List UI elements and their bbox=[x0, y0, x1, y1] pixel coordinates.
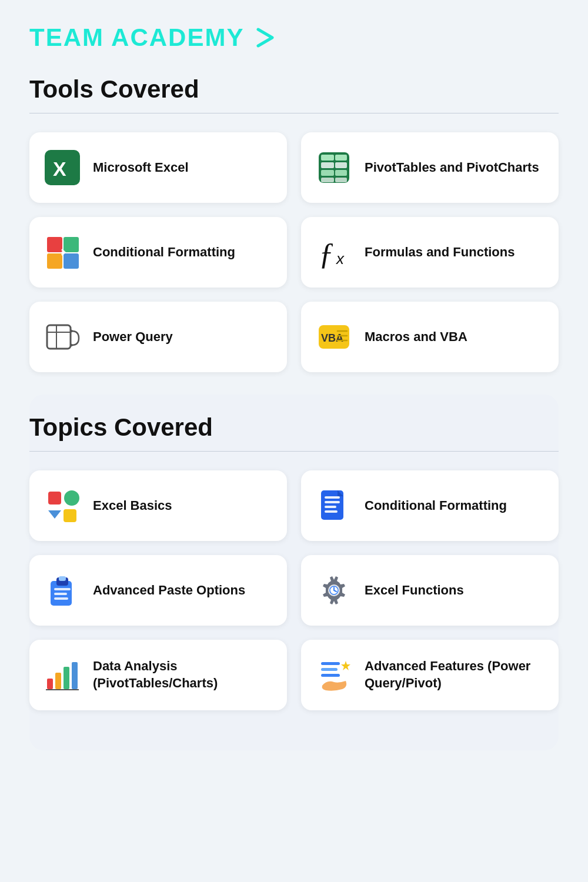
conditional-formatting-icon bbox=[44, 233, 81, 271]
excel-functions-label: Excel Functions bbox=[365, 582, 464, 599]
advanced-features-icon bbox=[315, 656, 353, 694]
advanced-paste-label: Advanced Paste Options bbox=[93, 582, 245, 599]
svg-marker-56 bbox=[341, 661, 350, 670]
svg-rect-28 bbox=[48, 492, 61, 505]
card-excel-basics[interactable]: Excel Basics bbox=[29, 470, 287, 541]
tools-section: Tools Covered X Microsoft Excel bbox=[29, 75, 559, 372]
svg-rect-18 bbox=[47, 325, 71, 349]
card-formulas-functions[interactable]: ƒ x Formulas and Functions bbox=[301, 217, 559, 288]
excel-basics-icon bbox=[44, 487, 81, 524]
svg-rect-54 bbox=[321, 668, 338, 671]
svg-rect-51 bbox=[72, 662, 78, 689]
microsoft-excel-icon: X bbox=[44, 149, 81, 186]
brand-name: TEAM ACADEMY bbox=[29, 24, 244, 52]
topics-section-title: Topics Covered bbox=[29, 413, 559, 442]
svg-marker-30 bbox=[48, 510, 61, 519]
macros-vba-label: Macros and VBA bbox=[365, 329, 467, 346]
card-excel-functions[interactable]: Excel Functions bbox=[301, 555, 559, 626]
svg-rect-4 bbox=[335, 155, 347, 161]
svg-rect-3 bbox=[321, 155, 334, 161]
formulas-functions-icon: ƒ x bbox=[315, 233, 353, 271]
svg-rect-7 bbox=[321, 170, 334, 176]
card-cond-fmt-topic[interactable]: Conditional Formatting bbox=[301, 470, 559, 541]
svg-point-29 bbox=[64, 490, 79, 506]
advanced-paste-icon bbox=[44, 572, 81, 609]
svg-rect-48 bbox=[47, 679, 53, 689]
tools-card-grid: X Microsoft Excel bbox=[29, 132, 559, 372]
card-microsoft-excel[interactable]: X Microsoft Excel bbox=[29, 132, 287, 203]
svg-text:ƒ: ƒ bbox=[319, 237, 334, 270]
card-macros-vba[interactable]: VBA Macros and VBA bbox=[301, 302, 559, 372]
svg-rect-9 bbox=[321, 178, 334, 182]
microsoft-excel-label: Microsoft Excel bbox=[93, 159, 189, 176]
svg-rect-43 bbox=[54, 597, 68, 600]
card-pivottables[interactable]: PivotTables and PivotCharts bbox=[301, 132, 559, 203]
card-data-analysis[interactable]: Data Analysis (PivotTables/Charts) bbox=[29, 640, 287, 710]
excel-functions-icon bbox=[315, 572, 353, 609]
svg-rect-14 bbox=[64, 253, 79, 269]
tools-divider bbox=[29, 113, 559, 113]
svg-rect-35 bbox=[325, 506, 336, 508]
header: TEAM ACADEMY bbox=[29, 24, 559, 52]
card-advanced-paste[interactable]: Advanced Paste Options bbox=[29, 555, 287, 626]
svg-rect-53 bbox=[321, 662, 340, 665]
advanced-features-label: Advanced Features (Power Query/Pivot) bbox=[365, 658, 544, 691]
macros-vba-icon: VBA bbox=[315, 318, 353, 356]
svg-rect-10 bbox=[335, 178, 347, 182]
svg-rect-50 bbox=[64, 667, 69, 689]
card-power-query[interactable]: Power Query bbox=[29, 302, 287, 372]
data-analysis-label: Data Analysis (PivotTables/Charts) bbox=[93, 658, 273, 691]
card-advanced-features[interactable]: Advanced Features (Power Query/Pivot) bbox=[301, 640, 559, 710]
svg-rect-6 bbox=[335, 162, 347, 168]
card-conditional-formatting[interactable]: Conditional Formatting bbox=[29, 217, 287, 288]
pivottables-icon bbox=[315, 149, 353, 186]
svg-text:VBA: VBA bbox=[321, 332, 343, 344]
svg-rect-13 bbox=[47, 253, 62, 269]
svg-text:x: x bbox=[335, 250, 345, 268]
tools-section-title: Tools Covered bbox=[29, 75, 559, 103]
svg-rect-49 bbox=[55, 673, 61, 689]
topics-card-grid: Excel Basics Conditional Formatting bbox=[29, 470, 559, 710]
svg-rect-55 bbox=[321, 674, 340, 677]
svg-rect-12 bbox=[64, 237, 79, 252]
svg-rect-34 bbox=[325, 501, 340, 503]
excel-basics-label: Excel Basics bbox=[93, 497, 172, 514]
svg-rect-33 bbox=[325, 496, 340, 499]
cond-fmt-topic-label: Conditional Formatting bbox=[365, 497, 507, 514]
svg-rect-11 bbox=[47, 237, 62, 252]
svg-rect-31 bbox=[64, 509, 76, 522]
topics-section: Topics Covered Excel Basics bbox=[29, 395, 559, 750]
pivottables-label: PivotTables and PivotCharts bbox=[365, 159, 539, 176]
svg-text:X: X bbox=[53, 158, 66, 180]
brand-arrow-icon bbox=[252, 25, 278, 51]
power-query-icon bbox=[44, 318, 81, 356]
svg-rect-41 bbox=[54, 588, 71, 590]
svg-marker-22 bbox=[71, 343, 74, 347]
formulas-functions-label: Formulas and Functions bbox=[365, 244, 514, 261]
svg-rect-42 bbox=[54, 593, 67, 595]
data-analysis-icon bbox=[44, 656, 81, 694]
svg-rect-5 bbox=[321, 162, 334, 168]
svg-rect-8 bbox=[335, 170, 347, 176]
topics-divider bbox=[29, 451, 559, 452]
svg-rect-36 bbox=[325, 510, 338, 513]
cond-fmt-topic-icon bbox=[315, 487, 353, 524]
svg-rect-40 bbox=[59, 576, 66, 581]
power-query-label: Power Query bbox=[93, 329, 173, 346]
svg-marker-21 bbox=[71, 329, 74, 333]
conditional-formatting-label: Conditional Formatting bbox=[93, 244, 235, 261]
